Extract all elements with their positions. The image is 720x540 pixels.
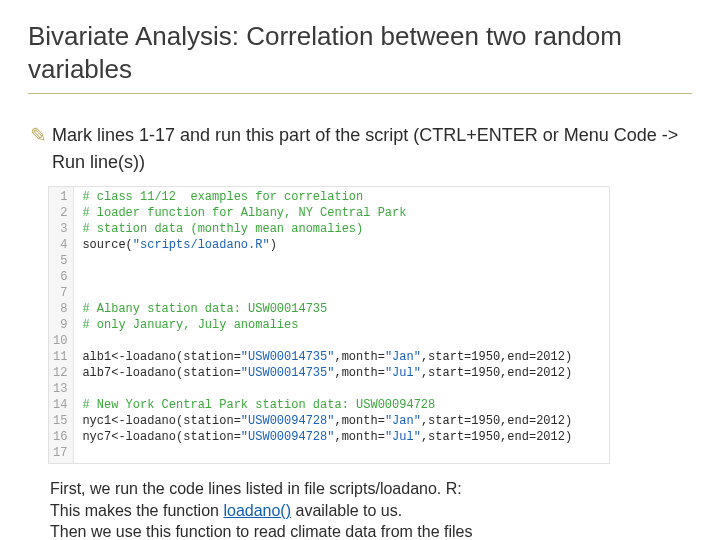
code-line: # station data (monthly mean anomalies) [82,221,572,237]
line-number: 16 [53,429,67,445]
line-number: 4 [53,237,67,253]
code-line: # Albany station data: USW00014735 [82,301,572,317]
code-line: # loader function for Albany, NY Central… [82,205,572,221]
code-line [82,269,572,285]
code-gutter: 1234567891011121314151617 [49,187,74,463]
code-block: 1234567891011121314151617 # class 11/12 … [48,186,610,464]
explanation-text: First, we run the code lines listed in f… [50,478,682,540]
line-number: 9 [53,317,67,333]
code-line: alb1<-loadano(station="USW00014735",mont… [82,349,572,365]
line-number: 10 [53,333,67,349]
code-line: # New York Central Park station data: US… [82,397,572,413]
code-line: source("scripts/loadano.R") [82,237,572,253]
line-number: 11 [53,349,67,365]
pencil-icon: ✎ [30,124,52,146]
line-number: 3 [53,221,67,237]
code-line [82,381,572,397]
code-lines: # class 11/12 examples for correlation# … [74,187,578,463]
line-number: 12 [53,365,67,381]
instruction-bullet: ✎ Mark lines 1-17 and run this part of t… [30,122,692,176]
code-line [82,333,572,349]
code-line: nyc7<-loadano(station="USW00094728",mont… [82,429,572,445]
explanation-line-1a: First, we run the code lines listed in f… [50,480,462,497]
line-number: 5 [53,253,67,269]
code-line [82,253,572,269]
code-line: # only January, July anomalies [82,317,572,333]
explanation-line-1c: available to us. [291,502,402,519]
explanation-line-2: Then we use this function to read climat… [50,523,472,540]
code-line: nyc1<-loadano(station="USW00094728",mont… [82,413,572,429]
code-line [82,445,572,461]
line-number: 8 [53,301,67,317]
line-number: 1 [53,189,67,205]
code-line: # class 11/12 examples for correlation [82,189,572,205]
explanation-line-1b: This makes the function [50,502,223,519]
loadano-function-link: loadano() [223,502,291,519]
line-number: 7 [53,285,67,301]
code-line [82,285,572,301]
line-number: 13 [53,381,67,397]
code-line: alb7<-loadano(station="USW00014735",mont… [82,365,572,381]
line-number: 14 [53,397,67,413]
line-number: 15 [53,413,67,429]
line-number: 17 [53,445,67,461]
page-title: Bivariate Analysis: Correlation between … [28,20,692,94]
line-number: 6 [53,269,67,285]
line-number: 2 [53,205,67,221]
slide: Bivariate Analysis: Correlation between … [0,0,720,540]
instruction-text: Mark lines 1-17 and run this part of the… [52,122,692,176]
